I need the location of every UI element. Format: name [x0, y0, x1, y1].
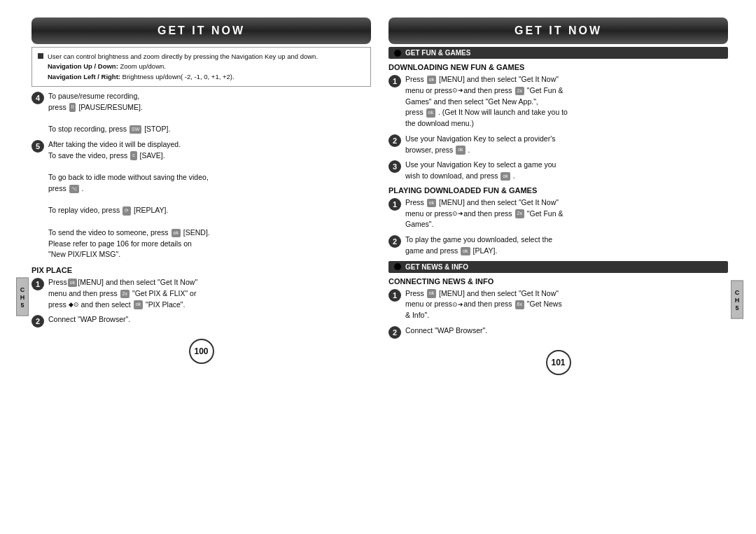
pause-btn-icon: II [69, 103, 76, 112]
left-page-num-circle: 100 [189, 339, 214, 364]
news-step-2-content: Connect "WAP Browser". [405, 325, 487, 337]
fun-btn2: 2x [515, 209, 524, 218]
right-page-num: 101 [388, 343, 728, 375]
fun-dl-step-2-content: Use your Navigation Key to select a prov… [405, 134, 555, 156]
right-page-title: GET IT NOW [388, 17, 728, 44]
fun-dl-step-3-num: 3 [388, 160, 401, 173]
news-step-1-num: 1 [388, 289, 401, 302]
pix-step-1: 1 Pressok[MENU] and then select "Get It … [31, 277, 371, 310]
pix-step-1-content: Pressok[MENU] and then select "Get It No… [48, 277, 197, 310]
pix-place-btn: ok [134, 300, 143, 309]
menu-btn3: ok [427, 199, 436, 208]
fun-dl-step-1: 1 Press ok [MENU] and then select "Get I… [388, 74, 728, 129]
replay-btn-icon: ⟳ [122, 206, 131, 216]
ch-num-r: 5 [735, 304, 738, 311]
fun-play-step-1: 1 Press ok [MENU] and then select "Get I… [388, 197, 728, 230]
pix-place-section: C H 5 PIX PLACE 1 Pressok[MENU] and then… [31, 266, 371, 328]
left-page-num: 100 [31, 332, 371, 364]
nav-icon3: ⊙➜ [452, 209, 463, 219]
nav-icon1: ◆⊙ [69, 300, 79, 310]
nav-left-label: Navigation Left / Right: [48, 73, 120, 80]
connecting-title: CONNECTING NEWS & INFO [388, 277, 728, 286]
news-step-2: 2 Connect "WAP Browser". [388, 325, 728, 339]
news-step-1-content: Press ok [MENU] and then select "Get It … [405, 288, 562, 321]
downloading-title: DOWNLOADING NEW FUN & GAMES [388, 63, 728, 71]
ch-label2: H [20, 293, 25, 300]
fun-btn: 2x [515, 87, 524, 96]
playing-title: PLAYING DOWNLOADED FUN & GAMES [388, 186, 728, 195]
nav-icon4: ⊙➜ [452, 300, 463, 310]
nav-icon2: ⊙➜ [452, 86, 463, 96]
right-page-num-circle: 101 [546, 350, 571, 375]
end-btn-icon: ⌥ [69, 185, 79, 194]
fun-dl-step-3-content: Use your Navigation Key to select a game… [405, 160, 556, 182]
send-btn-icon: ok [172, 229, 181, 238]
fun-games-dot [394, 50, 401, 57]
chapter-tab-right: C H 5 [731, 281, 743, 319]
news-info-dot [394, 263, 401, 270]
ok-btn1: ok [426, 108, 435, 118]
pix-step-2-number: 2 [31, 315, 44, 328]
get-fun-games-label: GET FUN & GAMES [405, 49, 470, 57]
pix-btn: 2x [120, 290, 130, 299]
step-5-number: 5 [31, 140, 44, 153]
fun-play-step-2-num: 2 [388, 235, 401, 248]
play-btn: ok [461, 247, 470, 256]
ch-num: 5 [20, 301, 24, 308]
stop-btn-icon: SW [130, 125, 141, 134]
fun-dl-step-3: 3 Use your Navigation Key to select a ga… [388, 160, 728, 182]
ch-label2-r: H [735, 296, 740, 303]
ok-btn2: ok [456, 146, 465, 155]
news-step-1: 1 Press ok [MENU] and then select "Get I… [388, 288, 728, 321]
menu-btn4: ok [427, 289, 436, 298]
ok-btn3: ok [500, 172, 510, 181]
step-4: 4 To pause/resume recording, press II [P… [31, 91, 371, 135]
pix-place-title: PIX PLACE [31, 266, 371, 274]
pix-step-2: 2 Connect "WAP Browser". [31, 314, 371, 328]
nav-up-label: Navigation Up / Down: [48, 62, 118, 70]
step-4-number: 4 [31, 92, 44, 104]
info-bullet-text: User can control brightness and zoom dir… [48, 52, 318, 60]
pix-step-2-content: Connect "WAP Browser". [48, 314, 130, 325]
nav-left-desc: Brightness up/down( -2, -1, 0, +1, +2). [122, 73, 234, 80]
pix-step-1-number: 1 [31, 278, 44, 290]
save-btn-icon: c [130, 151, 137, 160]
chapter-tab-left: C H 5 [16, 278, 29, 316]
fun-play-step-2: 2 To play the game you downloaded, selec… [388, 234, 728, 257]
fun-play-step-2-content: To play the game you downloaded, select … [405, 234, 552, 257]
fun-play-step-1-num: 1 [388, 198, 401, 211]
menu-btn1: ok [68, 279, 77, 288]
get-fun-games-header: GET FUN & GAMES [388, 47, 728, 59]
fun-dl-step-2-num: 2 [388, 134, 401, 147]
fun-dl-step-1-num: 1 [388, 75, 401, 87]
fun-dl-step-2: 2 Use your Navigation Key to select a pr… [388, 134, 728, 156]
step-5-content: After taking the video it will be displa… [48, 139, 210, 260]
news-step-2-num: 2 [388, 326, 401, 339]
fun-play-step-1-content: Press ok [MENU] and then select "Get It … [405, 197, 563, 230]
ch-label-r: C [735, 288, 740, 295]
get-news-info-header: GET NEWS & INFO [388, 261, 728, 273]
nav-up-desc: Zoom up/down. [120, 62, 165, 70]
get-news-info-label: GET NEWS & INFO [405, 263, 468, 271]
menu-btn2: ok [427, 76, 436, 85]
ch-label: C [20, 286, 25, 293]
step-4-content: To pause/resume recording, press II [PAU… [48, 91, 170, 135]
step-5: 5 After taking the video it will be disp… [31, 139, 371, 260]
left-page-title: GET IT NOW [31, 17, 371, 44]
info-box: User can control brightness and zoom dir… [31, 47, 371, 87]
news-btn: 6x [515, 300, 524, 309]
fun-dl-step-1-content: Press ok [MENU] and then select "Get It … [405, 74, 568, 129]
